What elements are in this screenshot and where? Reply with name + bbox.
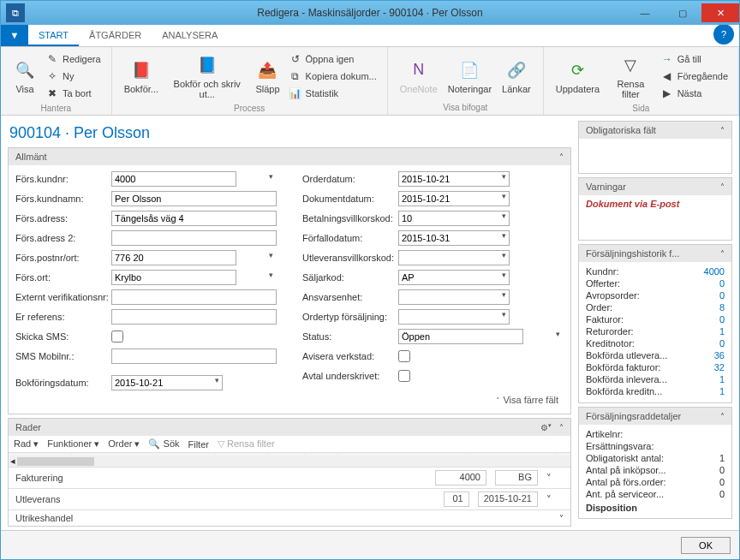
- tab-start[interactable]: START: [28, 26, 79, 46]
- side-detaljer-header[interactable]: Försäljningsraddetaljer˄: [579, 408, 731, 425]
- panel-rader-header[interactable]: Rader ⚙▾ ˄: [9, 419, 570, 436]
- side-obligatoriska-header[interactable]: Obligatoriska fält˄: [579, 122, 731, 139]
- field-forsadress2[interactable]: [111, 230, 277, 246]
- field-ansvarsenhet[interactable]: [398, 289, 510, 305]
- ribbon-visa[interactable]: 🔍Visa: [8, 51, 42, 102]
- checkbox-skickasms[interactable]: [111, 331, 123, 343]
- links-icon: 🔗: [504, 58, 528, 82]
- field-forskundnr[interactable]: [111, 171, 236, 187]
- gear-icon[interactable]: ⚙▾: [540, 423, 552, 432]
- ribbon-kopiera[interactable]: ⧉Kopiera dokum...: [285, 68, 380, 85]
- ok-button[interactable]: OK: [681, 537, 731, 554]
- ribbon-slapp[interactable]: 📤Släpp: [250, 51, 284, 102]
- app-icon: ⧉: [6, 3, 25, 22]
- field-erref[interactable]: [111, 309, 277, 325]
- ribbon-onenote[interactable]: NOneNote: [395, 51, 443, 101]
- field-smsmobil[interactable]: [111, 349, 277, 364]
- field-bokfdatum[interactable]: [111, 375, 223, 390]
- field-forfallodatum[interactable]: [398, 230, 510, 246]
- copy-icon: ⧉: [289, 69, 302, 83]
- hist-value[interactable]: 0: [719, 338, 725, 349]
- reopen-icon: ↺: [289, 52, 302, 66]
- minimize-button[interactable]: —: [626, 3, 664, 22]
- grid-order[interactable]: Order ▾: [108, 438, 140, 450]
- grid-funktioner[interactable]: Funktioner ▾: [47, 438, 99, 450]
- maximize-button[interactable]: ▢: [664, 3, 701, 22]
- chevron-down-icon: ˅: [546, 494, 552, 505]
- ribbon-noteringar[interactable]: 📄Noteringar: [443, 51, 497, 101]
- close-button[interactable]: ✕: [701, 3, 739, 22]
- scroll-left-icon[interactable]: ◂: [10, 456, 15, 467]
- subpanel-utrikes[interactable]: Utrikeshandel˅: [9, 509, 570, 526]
- help-button[interactable]: ?: [713, 24, 734, 45]
- hist-value[interactable]: 1: [719, 386, 725, 396]
- next-icon: ▶: [660, 86, 674, 100]
- hist-value[interactable]: 0: [719, 314, 725, 325]
- ribbon-uppdatera[interactable]: ⟳Uppdatera: [551, 51, 605, 102]
- ribbon-statistik[interactable]: 📊Statistik: [285, 85, 380, 102]
- field-dokumentdatum[interactable]: [398, 191, 510, 206]
- subpanel-utleverans[interactable]: Utleverans 012015-10-21˅: [9, 488, 570, 509]
- hist-value[interactable]: 36: [714, 350, 725, 360]
- post-print-icon: 📘: [195, 53, 219, 77]
- side-varningar-header[interactable]: Varningar˄: [579, 178, 731, 195]
- panel-allmant-header[interactable]: Allmänt˄: [9, 148, 570, 165]
- subpanel-fakturering[interactable]: Fakturering 4000BG˅: [9, 467, 570, 488]
- hist-value[interactable]: 1: [719, 374, 725, 384]
- chevron-down-icon: ˅: [559, 514, 564, 523]
- field-orderdatum[interactable]: [398, 171, 510, 187]
- side-historik-header[interactable]: Försäljningshistorik f...˄: [579, 245, 731, 262]
- grid-filter[interactable]: Filter: [188, 439, 209, 450]
- ribbon-group-visabifogat: NOneNote 📄Noteringar 🔗Länkar Visa bifoga…: [388, 47, 544, 115]
- new-icon: ✧: [45, 69, 59, 83]
- ribbon-bokfor[interactable]: 📕Bokför...: [119, 51, 164, 102]
- ribbon-gatill[interactable]: →Gå till: [657, 51, 731, 68]
- checkbox-avisera[interactable]: [398, 350, 410, 362]
- app-menu-button[interactable]: ▼: [1, 24, 28, 46]
- field-betvillkor[interactable]: [398, 211, 510, 226]
- field-forskundnamn[interactable]: [111, 191, 277, 206]
- side-historik: Försäljningshistorik f...˄ Kundnr:4000Of…: [578, 244, 732, 403]
- grid-h-scrollbar[interactable]: ◂: [9, 456, 570, 467]
- field-forspostnrort[interactable]: [111, 250, 236, 265]
- chevron-up-icon: ˄: [559, 152, 564, 162]
- hist-value[interactable]: 32: [714, 362, 725, 372]
- checkbox-avtal[interactable]: [398, 370, 410, 382]
- hist-value[interactable]: 0: [719, 278, 725, 289]
- grid-rensafilter[interactable]: ▽ Rensa filter: [218, 438, 275, 450]
- onenote-icon: N: [407, 58, 431, 82]
- hist-value[interactable]: 8: [719, 302, 725, 313]
- field-forsadress[interactable]: [111, 211, 277, 226]
- disposition-label: Disposition: [586, 500, 725, 513]
- delete-icon: ✖: [45, 86, 59, 100]
- ribbon-bokforskriv[interactable]: 📘Bokför och skriv ut...: [164, 51, 250, 102]
- ribbon-ny[interactable]: ✧Ny: [42, 68, 104, 85]
- refresh-icon: ⟳: [565, 58, 589, 82]
- ribbon-group-process: 📕Bokför... 📘Bokför och skriv ut... 📤Släp…: [112, 47, 388, 115]
- grid-rad[interactable]: Rad ▾: [14, 438, 39, 450]
- tab-atgarder[interactable]: ÅTGÄRDER: [79, 26, 152, 46]
- field-utlevvillkor[interactable]: [398, 250, 510, 265]
- ribbon-tabort[interactable]: ✖Ta bort: [42, 85, 104, 102]
- hist-value[interactable]: 4000: [704, 266, 725, 277]
- hist-value[interactable]: 0: [719, 290, 725, 301]
- ribbon-lankar[interactable]: 🔗Länkar: [497, 51, 536, 101]
- field-forsort[interactable]: [111, 270, 236, 285]
- ribbon-nasta[interactable]: ▶Nästa: [657, 85, 731, 102]
- ribbon-oppna[interactable]: ↺Öppna igen: [285, 51, 380, 68]
- field-status[interactable]: [398, 329, 523, 344]
- grid-toolbar: Rad ▾ Funktioner ▾ Order ▾ 🔍 Sök Filter …: [9, 436, 570, 453]
- ribbon-rensafilter[interactable]: ▽Rensa filter: [605, 51, 657, 102]
- ribbon-foregaende[interactable]: ◀Föregående: [657, 68, 731, 85]
- chevron-down-icon: ˅: [546, 473, 552, 484]
- field-extverif[interactable]: [111, 289, 277, 305]
- field-ordertyp[interactable]: [398, 309, 510, 325]
- show-fewer-fields[interactable]: ˄ Visa färre fält: [15, 391, 564, 408]
- ribbon-group-sida: ⟳Uppdatera ▽Rensa filter →Gå till ◀Föreg…: [544, 47, 739, 115]
- ribbon-redigera[interactable]: ✎Redigera: [42, 51, 104, 68]
- hist-value[interactable]: 1: [719, 326, 725, 337]
- grid-sok[interactable]: 🔍 Sök: [148, 438, 179, 450]
- tab-analysera[interactable]: ANALYSERA: [152, 26, 228, 46]
- app-window: ⧉ Redigera - Maskinsäljorder - 900104 · …: [0, 0, 740, 560]
- field-saljarkod[interactable]: [398, 270, 510, 285]
